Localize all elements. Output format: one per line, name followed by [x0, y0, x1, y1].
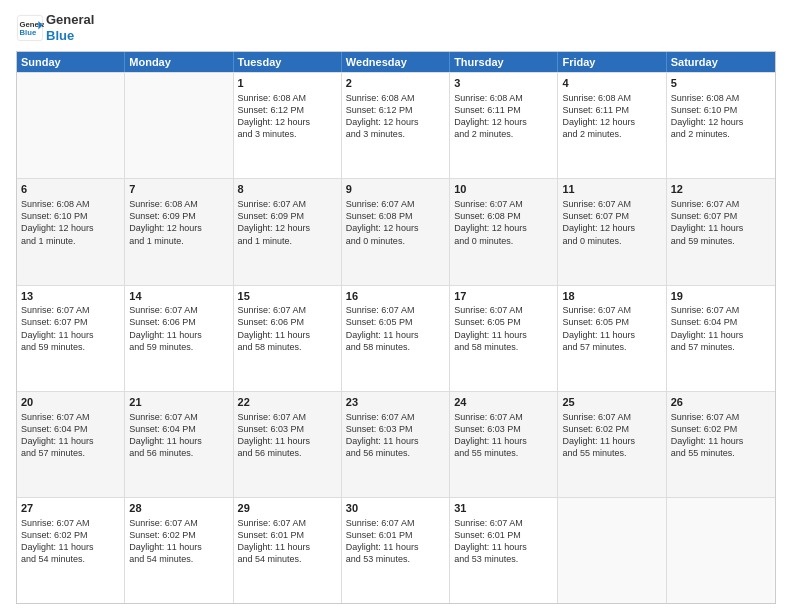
day-number: 14 — [129, 289, 228, 304]
day-info: and 0 minutes. — [454, 235, 553, 247]
day-info: and 2 minutes. — [671, 128, 771, 140]
day-info: Sunset: 6:01 PM — [454, 529, 553, 541]
cal-cell: 10Sunrise: 6:07 AMSunset: 6:08 PMDayligh… — [450, 179, 558, 284]
day-number: 1 — [238, 76, 337, 91]
day-info: Sunrise: 6:07 AM — [21, 517, 120, 529]
day-info: Sunrise: 6:08 AM — [21, 198, 120, 210]
day-info: and 57 minutes. — [671, 341, 771, 353]
cal-cell: 18Sunrise: 6:07 AMSunset: 6:05 PMDayligh… — [558, 286, 666, 391]
day-info: and 56 minutes. — [129, 447, 228, 459]
day-info: Sunrise: 6:07 AM — [346, 517, 445, 529]
day-number: 8 — [238, 182, 337, 197]
cal-cell: 14Sunrise: 6:07 AMSunset: 6:06 PMDayligh… — [125, 286, 233, 391]
cal-cell: 28Sunrise: 6:07 AMSunset: 6:02 PMDayligh… — [125, 498, 233, 603]
day-info: Daylight: 12 hours — [562, 116, 661, 128]
header-day-tuesday: Tuesday — [234, 52, 342, 72]
day-info: Daylight: 11 hours — [21, 541, 120, 553]
day-number: 7 — [129, 182, 228, 197]
day-info: Sunset: 6:07 PM — [671, 210, 771, 222]
day-number: 24 — [454, 395, 553, 410]
day-info: Sunset: 6:10 PM — [671, 104, 771, 116]
day-number: 20 — [21, 395, 120, 410]
day-info: and 1 minute. — [238, 235, 337, 247]
day-info: Sunrise: 6:07 AM — [454, 304, 553, 316]
day-info: Sunrise: 6:07 AM — [671, 304, 771, 316]
day-info: and 58 minutes. — [454, 341, 553, 353]
day-info: and 1 minute. — [129, 235, 228, 247]
day-info: Sunset: 6:09 PM — [238, 210, 337, 222]
cal-cell: 5Sunrise: 6:08 AMSunset: 6:10 PMDaylight… — [667, 73, 775, 178]
day-info: Daylight: 11 hours — [238, 435, 337, 447]
day-info: Daylight: 11 hours — [21, 329, 120, 341]
day-info: and 55 minutes. — [454, 447, 553, 459]
day-info: Daylight: 12 hours — [562, 222, 661, 234]
cal-cell: 17Sunrise: 6:07 AMSunset: 6:05 PMDayligh… — [450, 286, 558, 391]
day-info: Sunset: 6:04 PM — [129, 423, 228, 435]
cal-cell: 24Sunrise: 6:07 AMSunset: 6:03 PMDayligh… — [450, 392, 558, 497]
day-number: 19 — [671, 289, 771, 304]
header-day-wednesday: Wednesday — [342, 52, 450, 72]
cal-cell — [558, 498, 666, 603]
cal-cell: 20Sunrise: 6:07 AMSunset: 6:04 PMDayligh… — [17, 392, 125, 497]
day-info: Sunrise: 6:07 AM — [671, 198, 771, 210]
day-info: Daylight: 12 hours — [129, 222, 228, 234]
cal-cell: 21Sunrise: 6:07 AMSunset: 6:04 PMDayligh… — [125, 392, 233, 497]
day-info: Sunset: 6:11 PM — [562, 104, 661, 116]
day-info: and 58 minutes. — [346, 341, 445, 353]
cal-cell: 19Sunrise: 6:07 AMSunset: 6:04 PMDayligh… — [667, 286, 775, 391]
day-info: Sunrise: 6:08 AM — [562, 92, 661, 104]
day-info: Sunrise: 6:07 AM — [21, 304, 120, 316]
day-number: 31 — [454, 501, 553, 516]
header-day-friday: Friday — [558, 52, 666, 72]
day-info: Sunset: 6:10 PM — [21, 210, 120, 222]
day-info: and 53 minutes. — [346, 553, 445, 565]
day-info: Sunset: 6:04 PM — [21, 423, 120, 435]
day-info: Daylight: 12 hours — [346, 116, 445, 128]
header-day-thursday: Thursday — [450, 52, 558, 72]
week-row-3: 13Sunrise: 6:07 AMSunset: 6:07 PMDayligh… — [17, 285, 775, 391]
day-info: Sunrise: 6:07 AM — [238, 198, 337, 210]
cal-cell: 25Sunrise: 6:07 AMSunset: 6:02 PMDayligh… — [558, 392, 666, 497]
day-info: Sunrise: 6:07 AM — [346, 411, 445, 423]
header-day-monday: Monday — [125, 52, 233, 72]
day-number: 25 — [562, 395, 661, 410]
day-info: Daylight: 11 hours — [129, 329, 228, 341]
day-number: 17 — [454, 289, 553, 304]
day-number: 29 — [238, 501, 337, 516]
day-number: 27 — [21, 501, 120, 516]
day-number: 6 — [21, 182, 120, 197]
cal-cell: 13Sunrise: 6:07 AMSunset: 6:07 PMDayligh… — [17, 286, 125, 391]
day-info: and 57 minutes. — [21, 447, 120, 459]
day-info: Sunset: 6:05 PM — [454, 316, 553, 328]
day-info: and 3 minutes. — [346, 128, 445, 140]
day-info: and 2 minutes. — [454, 128, 553, 140]
week-row-5: 27Sunrise: 6:07 AMSunset: 6:02 PMDayligh… — [17, 497, 775, 603]
day-info: Sunrise: 6:07 AM — [454, 517, 553, 529]
day-number: 3 — [454, 76, 553, 91]
day-info: Sunset: 6:02 PM — [562, 423, 661, 435]
day-info: Sunrise: 6:07 AM — [129, 411, 228, 423]
day-info: Sunset: 6:11 PM — [454, 104, 553, 116]
day-number: 22 — [238, 395, 337, 410]
logo-icon: General Blue — [16, 14, 44, 42]
day-info: Sunrise: 6:08 AM — [238, 92, 337, 104]
header-day-saturday: Saturday — [667, 52, 775, 72]
day-number: 18 — [562, 289, 661, 304]
day-info: and 54 minutes. — [21, 553, 120, 565]
day-info: Sunrise: 6:07 AM — [238, 304, 337, 316]
week-row-1: 1Sunrise: 6:08 AMSunset: 6:12 PMDaylight… — [17, 72, 775, 178]
day-info: Sunrise: 6:08 AM — [454, 92, 553, 104]
cal-cell — [667, 498, 775, 603]
day-number: 28 — [129, 501, 228, 516]
calendar: SundayMondayTuesdayWednesdayThursdayFrid… — [16, 51, 776, 604]
week-row-2: 6Sunrise: 6:08 AMSunset: 6:10 PMDaylight… — [17, 178, 775, 284]
day-info: Sunset: 6:02 PM — [129, 529, 228, 541]
day-info: Daylight: 12 hours — [454, 116, 553, 128]
day-info: Daylight: 11 hours — [346, 329, 445, 341]
day-info: Sunset: 6:06 PM — [129, 316, 228, 328]
day-info: Daylight: 12 hours — [671, 116, 771, 128]
calendar-body: 1Sunrise: 6:08 AMSunset: 6:12 PMDaylight… — [17, 72, 775, 603]
day-info: Sunrise: 6:07 AM — [238, 517, 337, 529]
day-info: and 59 minutes. — [671, 235, 771, 247]
day-info: Daylight: 11 hours — [671, 329, 771, 341]
